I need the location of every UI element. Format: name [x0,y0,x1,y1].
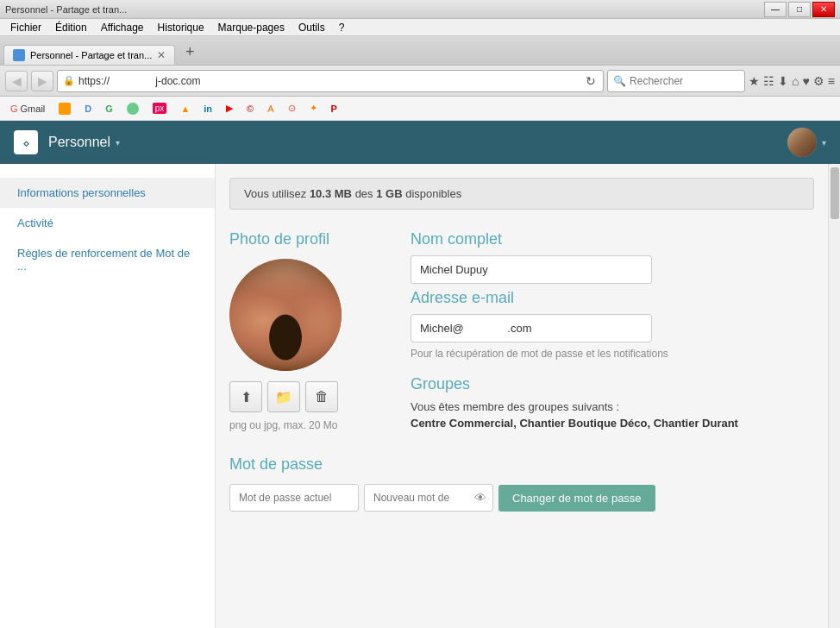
storage-total: 1 GB [376,187,402,200]
current-password-input[interactable] [229,484,359,512]
scrollbar-track[interactable] [828,164,840,628]
groups-member-text: Vous êtes membre des groupes suivants : [411,400,814,413]
tab-close-icon[interactable]: ✕ [157,49,166,61]
password-title: Mot de passe [229,455,814,474]
change-password-button[interactable]: Changer de mot de passe [498,485,655,512]
scrollbar-thumb[interactable] [831,167,839,219]
menu-fichier[interactable]: Fichier [3,22,48,34]
bookmark-3[interactable]: G [100,102,118,116]
address-input[interactable] [78,75,580,87]
window-controls: — □ ✕ [764,2,835,17]
bookmark-8[interactable]: © [241,102,259,116]
bookmark-10[interactable]: ⊙ [283,101,301,116]
sidebar-item-regles[interactable]: Règles de renforcement de Mot de ... [0,238,215,281]
app-title[interactable]: Personnel ▾ [48,135,120,150]
content-area: Vous utilisez 10.3 MB des 1 GB disponibl… [216,164,840,628]
bookmark-2[interactable]: D [79,102,97,116]
bookmark-linkedin[interactable]: in [198,102,217,116]
storage-bar: Vous utilisez 10.3 MB des 1 GB disponibl… [229,178,814,210]
bookmark-youtube[interactable]: ▶ [221,101,238,116]
back-button[interactable]: ◀ [5,71,28,91]
home-icon[interactable]: ⌂ [792,74,799,88]
menu-icon[interactable]: ≡ [828,74,835,88]
sidebar-item-informations[interactable]: Informations personnelles [0,178,215,208]
forward-button[interactable]: ▶ [31,71,53,91]
pocket-icon[interactable]: ♥ [803,74,810,88]
reload-icon[interactable]: ↻ [584,74,598,88]
menu-edition[interactable]: Édition [48,22,94,34]
star-icon[interactable]: ★ [749,74,760,88]
app-header-left: ⬦ Personnel ▾ [14,130,120,154]
storage-text-middle: des [352,187,376,200]
photo-hint: png ou jpg, max. 20 Mo [229,419,376,431]
toolbar-icons: ★ ☷ ⬇ ⌂ ♥ ⚙ ≡ [749,74,835,88]
photo-delete-button[interactable]: 🗑 [305,381,338,412]
bookmark-6[interactable]: ▲ [175,102,195,116]
profile-photo-face [229,259,342,371]
new-tab-button[interactable]: + [179,41,201,63]
bookmark-gmail[interactable]: G Gmail [5,102,50,116]
password-section: Mot de passe 👁 Changer de mot de passe [229,455,814,512]
menu-affichage[interactable]: Affichage [94,22,151,34]
app-header-right: ▾ [787,128,826,157]
sidebar: Informations personnelles Activité Règle… [0,164,216,628]
bookmark-1[interactable] [53,101,76,116]
menu-historique[interactable]: Historique [151,22,211,34]
email-input[interactable] [411,314,652,342]
menu-marque-pages[interactable]: Marque-pages [211,22,291,34]
avatar-image [787,128,817,157]
minimize-button[interactable]: — [764,2,787,17]
address-bar: ◀ ▶ 🔒 ↻ 🔍 ★ ☷ ⬇ ⌂ ♥ ⚙ ≡ [0,66,840,97]
storage-text-before: Vous utilisez [244,187,310,200]
profile-photo-circle [229,259,342,371]
avatar-caret-icon[interactable]: ▾ [822,138,826,148]
app-title-text: Personnel [48,135,110,150]
menu-bar: Fichier Édition Affichage Historique Mar… [0,19,840,36]
sidebar-item-activite[interactable]: Activité [0,208,215,238]
tab-bar: Personnel - Partage et tran... ✕ + [0,36,840,66]
storage-text-after: disponibles [403,187,462,200]
tab-favicon [13,49,25,61]
search-container: 🔍 [607,70,745,92]
bookmark-11[interactable]: ✦ [304,101,323,116]
bookmark-9[interactable]: A [262,102,279,116]
upload-icon: ⬆ [241,389,252,405]
photo-upload-button[interactable]: ⬆ [229,381,262,412]
search-input[interactable] [630,75,739,87]
titlebar-left: Personnel - Partage et tran... [5,4,127,15]
photo-folder-button[interactable]: 📁 [267,381,300,412]
profile-section: Photo de profil ⬆ 📁 🗑 [229,230,814,431]
storage-used: 10.3 MB [310,187,352,200]
email-label: Adresse e-mail [411,289,814,307]
window-titlebar: Personnel - Partage et tran... — □ ✕ [0,0,840,19]
groups-section: Groupes Vous êtes membre des groupes sui… [411,375,814,430]
bookmark-4[interactable] [122,101,144,116]
content-inner: Vous utilisez 10.3 MB des 1 GB disponibl… [216,164,828,525]
groups-list: Centre Commercial, Chantier Boutique Déc… [411,417,814,430]
bookmarks-bar: G Gmail D G px ▲ in ▶ © A ⊙ ✦ P [0,97,840,121]
groups-title: Groupes [411,375,814,393]
main-layout: Informations personnelles Activité Règle… [0,164,840,628]
bookmark-icon[interactable]: ☷ [763,74,774,88]
maximize-button[interactable]: □ [788,2,811,17]
eye-icon[interactable]: 👁 [474,491,486,505]
profile-form-col: Nom complet Adresse e-mail Pour la récup… [411,230,814,431]
app-title-caret-icon: ▾ [116,138,120,148]
address-input-container: 🔒 ↻ [57,70,604,92]
trash-icon: 🗑 [315,389,329,405]
close-button[interactable]: ✕ [812,2,835,17]
titlebar-title: Personnel - Partage et tran... [5,4,127,15]
app-logo: ⬦ [14,130,38,154]
full-name-input[interactable] [411,255,652,284]
password-fields: 👁 Changer de mot de passe [229,484,814,512]
bookmark-5[interactable]: px [147,101,172,116]
tab-personnel[interactable]: Personnel - Partage et tran... ✕ [3,45,175,65]
extensions-icon[interactable]: ⚙ [813,74,824,88]
download-icon[interactable]: ⬇ [778,74,788,88]
full-name-label: Nom complet [411,230,814,248]
bookmark-12[interactable]: P [326,102,342,116]
user-avatar[interactable] [787,128,817,157]
menu-outils[interactable]: Outils [291,22,332,34]
folder-icon: 📁 [275,389,292,405]
menu-help[interactable]: ? [332,22,352,34]
